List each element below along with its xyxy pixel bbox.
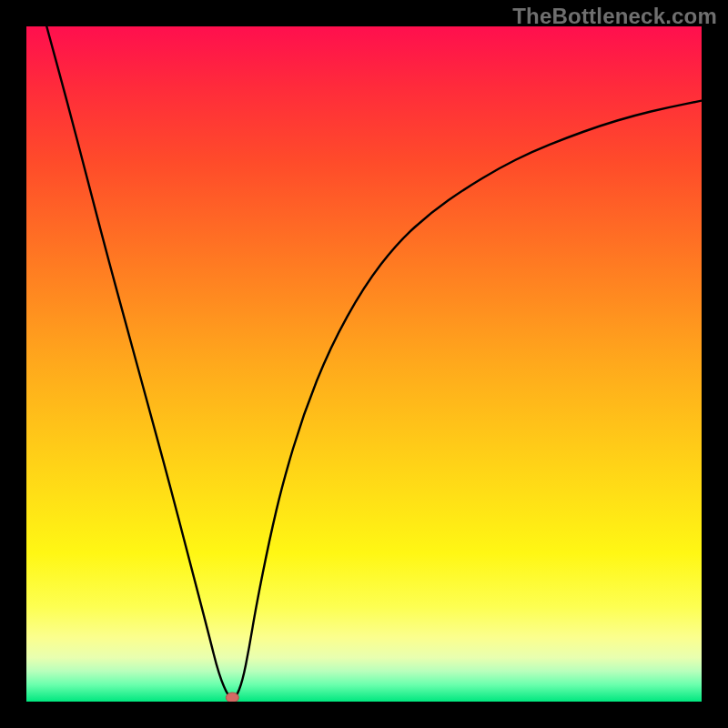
optimal-point-dot	[226, 693, 238, 702]
attribution-watermark: TheBottleneck.com	[512, 4, 717, 29]
plot-area	[26, 26, 702, 702]
gradient-background	[26, 26, 702, 702]
chart-frame: TheBottleneck.com	[0, 0, 728, 728]
plot-svg	[26, 26, 702, 702]
